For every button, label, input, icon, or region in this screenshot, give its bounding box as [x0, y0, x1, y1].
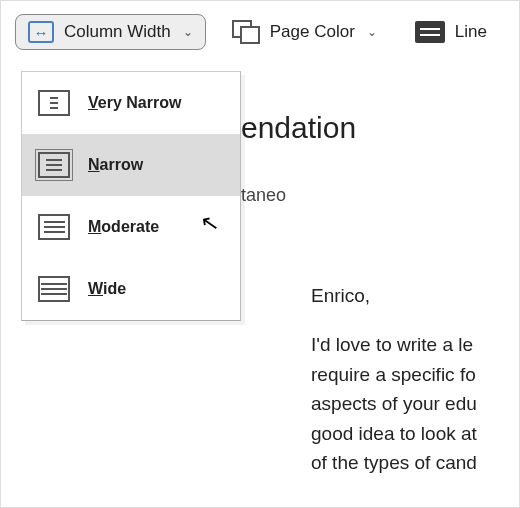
dropdown-item-label: Very Narrow — [88, 94, 181, 112]
dropdown-item-wide[interactable]: Wide — [22, 258, 240, 320]
page-color-icon — [232, 20, 260, 44]
column-width-icon — [28, 21, 54, 43]
line-focus-icon — [415, 21, 445, 43]
document-author: taneo — [241, 185, 519, 206]
document-title: endation — [241, 111, 519, 145]
dropdown-item-label: Wide — [88, 280, 126, 298]
chevron-down-icon: ⌄ — [183, 25, 193, 39]
dropdown-item-label: Moderate — [88, 218, 159, 236]
chevron-down-icon: ⌄ — [367, 25, 377, 39]
dropdown-item-very-narrow[interactable]: Very Narrow — [22, 72, 240, 134]
document-area: endation taneo — [241, 111, 519, 256]
wide-icon — [38, 276, 70, 302]
narrow-icon — [38, 152, 70, 178]
page-color-button[interactable]: Page Color ⌄ — [220, 14, 389, 50]
toolbar: Column Width ⌄ Page Color ⌄ Line — [1, 1, 519, 63]
very-narrow-icon — [38, 90, 70, 116]
line-focus-label: Line — [455, 22, 487, 42]
document-body: Enrico, I'd love to write a le require a… — [311, 281, 519, 498]
dropdown-item-narrow[interactable]: Narrow — [22, 134, 240, 196]
document-greeting: Enrico, — [311, 281, 519, 310]
line-focus-button[interactable]: Line — [403, 15, 499, 49]
document-paragraph: I'd love to write a le require a specifi… — [311, 330, 519, 477]
moderate-icon — [38, 214, 70, 240]
column-width-button[interactable]: Column Width ⌄ — [15, 14, 206, 50]
page-color-label: Page Color — [270, 22, 355, 42]
column-width-label: Column Width — [64, 22, 171, 42]
dropdown-item-moderate[interactable]: Moderate — [22, 196, 240, 258]
dropdown-item-label: Narrow — [88, 156, 143, 174]
column-width-dropdown: Very Narrow Narrow Moderate Wide — [21, 71, 241, 321]
